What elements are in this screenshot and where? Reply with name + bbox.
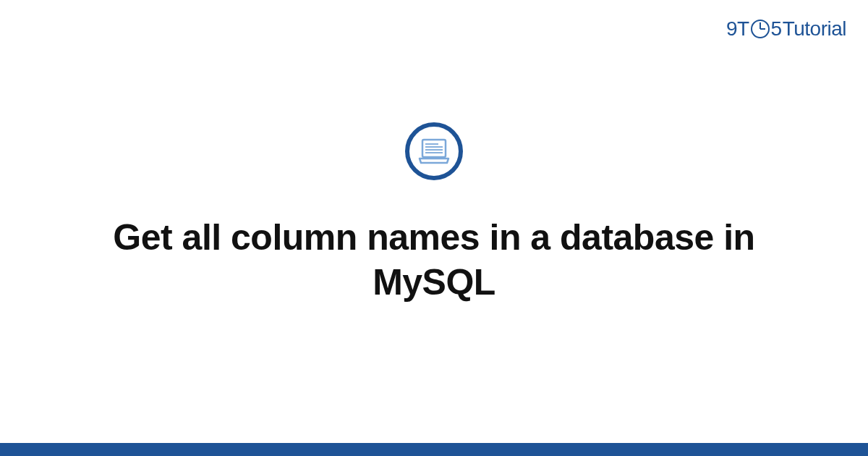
page-title: Get all column names in a database in My… <box>109 215 760 305</box>
brand-logo: 9T 5 Tutorial <box>726 17 846 41</box>
content-area: Get all column names in a database in My… <box>0 0 868 456</box>
laptop-svg-icon <box>418 137 450 166</box>
footer-bar <box>0 443 868 456</box>
brand-prefix: 9T <box>726 17 749 41</box>
laptop-icon <box>405 122 463 180</box>
clock-icon <box>751 20 770 38</box>
brand-suffix: 5 <box>771 17 782 41</box>
svg-rect-0 <box>422 140 446 157</box>
brand-word: Tutorial <box>783 17 846 41</box>
